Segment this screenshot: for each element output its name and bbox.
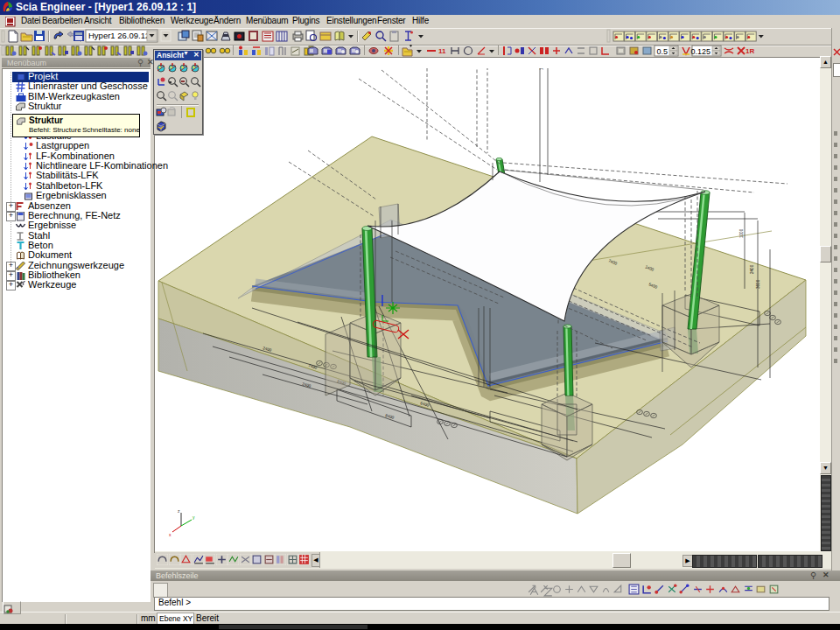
svg-text:7000: 7000 bbox=[540, 68, 544, 70]
svg-text:y: y bbox=[192, 514, 195, 520]
svg-text:z: z bbox=[178, 508, 180, 514]
svg-text:3600: 3600 bbox=[756, 279, 760, 289]
svg-text:11: 11 bbox=[438, 47, 446, 55]
svg-text:x: x bbox=[169, 532, 172, 537]
svg-text:1R: 1R bbox=[746, 47, 754, 55]
svg-text:0.125: 0.125 bbox=[690, 47, 710, 56]
svg-text:2400: 2400 bbox=[750, 264, 754, 274]
svg-text:0.5: 0.5 bbox=[656, 47, 668, 56]
svg-text:Hyper1 26.09.12: Hyper1 26.09.12 bbox=[88, 31, 150, 40]
svg-text:1000: 1000 bbox=[739, 228, 744, 238]
